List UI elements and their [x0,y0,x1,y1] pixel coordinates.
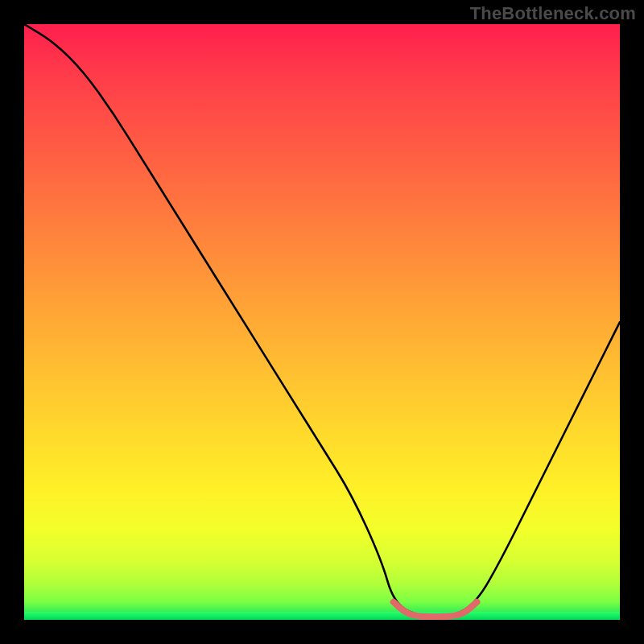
plot-area [24,24,620,620]
watermark-text: TheBottleneck.com [470,3,636,24]
bottom-green-band [24,612,620,620]
background-gradient [24,24,620,620]
chart-frame: TheBottleneck.com [0,0,644,644]
